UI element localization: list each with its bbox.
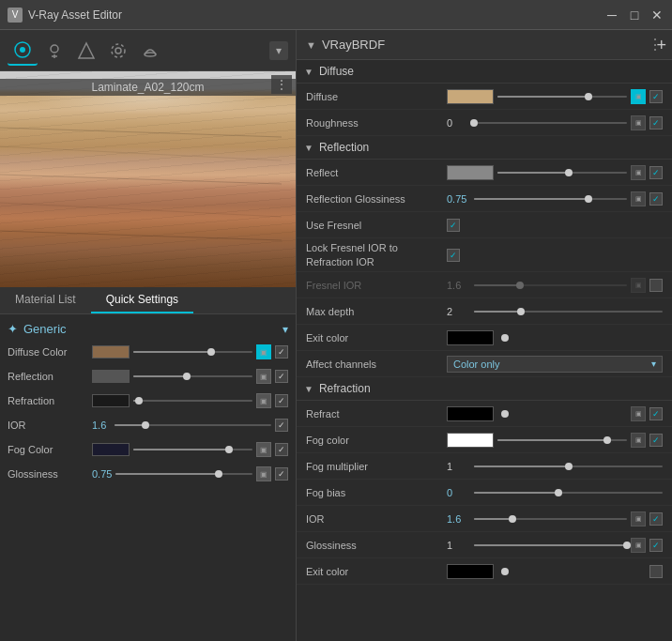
preview-material-name: Laminate_A02_120cm — [0, 79, 296, 96]
qs-refraction-tex-icon[interactable]: ▣ — [256, 393, 271, 408]
r-refr-exit-color-checkbox[interactable] — [649, 565, 663, 578]
r-lock-fresnel-checkbox[interactable] — [447, 249, 460, 262]
r-use-fresnel-content — [447, 219, 663, 232]
qs-reflection-content: ▣ — [92, 369, 288, 384]
toolbar-settings-icon[interactable] — [103, 36, 133, 66]
qs-refraction-slider-track[interactable] — [133, 400, 252, 402]
toolbar-geometry-icon[interactable] — [71, 36, 101, 66]
r-use-fresnel-checkbox[interactable] — [447, 219, 460, 232]
r-reflect-checkbox[interactable] — [649, 166, 663, 179]
quick-settings-panel: ✦ Generic ▾ Diffuse Color ▣ — [0, 314, 296, 641]
qs-diffuse-color-label: Diffuse Color — [8, 346, 92, 358]
r-roughness-tex-icon[interactable]: ▣ — [631, 115, 646, 130]
reflection-collapse-icon: ▼ — [304, 143, 313, 153]
qs-diffuse-tex-icon[interactable]: ▣ — [256, 344, 271, 359]
qs-glossiness-slider-track[interactable] — [115, 473, 252, 475]
qs-ior-slider-track[interactable] — [115, 424, 271, 426]
r-refr-exit-color-swatch[interactable] — [447, 564, 494, 579]
r-refl-glossiness-checkbox[interactable] — [649, 192, 663, 206]
tab-material-list[interactable]: Material List — [0, 287, 91, 313]
r-refr-glossiness-checkbox[interactable] — [649, 539, 663, 552]
r-roughness-checkbox[interactable] — [649, 116, 663, 130]
r-diffuse-swatch[interactable] — [447, 89, 494, 104]
vrbrdf-collapse-icon[interactable]: ▼ — [306, 39, 316, 51]
r-refract-row: Refract ▣ — [297, 401, 672, 427]
qs-glossiness-value: 0.75 — [92, 468, 112, 480]
qs-diffuse-color-swatch[interactable] — [92, 345, 130, 359]
r-refr-glossiness-slider[interactable] — [474, 538, 627, 553]
minimize-button[interactable]: ─ — [604, 8, 619, 23]
r-refr-glossiness-tex-icon[interactable]: ▣ — [631, 538, 646, 553]
r-diffuse-slider[interactable] — [497, 89, 627, 104]
toolbar-objects-icon[interactable] — [135, 36, 165, 66]
qs-reflection-row: Reflection ▣ — [0, 364, 296, 389]
r-diffuse-tex-icon[interactable]: ▣ — [631, 89, 646, 104]
qs-glossiness-row: Glossiness 0.75 ▣ — [0, 462, 296, 486]
qs-glossiness-checkbox[interactable] — [275, 467, 288, 481]
r-fresnel-ior-tex-icon: ▣ — [631, 278, 646, 293]
generic-arrow-icon: ▾ — [283, 323, 288, 336]
r-refl-glossiness-content: 0.75 ▣ — [447, 191, 663, 206]
qs-refraction-checkbox[interactable] — [275, 394, 288, 407]
toolbar-lights-icon[interactable] — [39, 36, 69, 66]
qs-diffuse-color-content: ▣ — [92, 344, 288, 359]
r-fog-bias-content: 0 — [447, 485, 663, 500]
diffuse-section-header[interactable]: ▼ Diffuse — [297, 60, 672, 84]
r-reflect-tex-icon[interactable]: ▣ — [631, 165, 646, 180]
toolbar-materials-icon[interactable] — [8, 36, 38, 66]
qs-fogcolor-tex-icon[interactable]: ▣ — [256, 442, 271, 457]
r-fog-color-swatch[interactable] — [447, 433, 494, 448]
qs-diffuse-slider-track[interactable] — [133, 351, 252, 353]
qs-reflection-slider-track[interactable] — [133, 375, 252, 377]
r-refract-checkbox[interactable] — [649, 407, 663, 420]
add-button[interactable]: + — [656, 36, 666, 55]
r-fog-color-tex-icon[interactable]: ▣ — [631, 433, 646, 448]
qs-refraction-swatch[interactable] — [92, 394, 130, 407]
qs-diffuse-checkbox[interactable] — [275, 345, 288, 359]
r-fog-multiplier-slider[interactable] — [474, 459, 663, 474]
qs-fogcolor-swatch[interactable] — [92, 443, 130, 456]
r-exit-color-swatch[interactable] — [447, 330, 494, 345]
preview-more-button[interactable]: ⋮ — [271, 75, 292, 94]
qs-refraction-slider-thumb — [135, 397, 143, 404]
r-refract-label: Refract — [306, 408, 447, 420]
r-fog-color-checkbox[interactable] — [649, 434, 663, 447]
qs-reflection-checkbox[interactable] — [275, 370, 288, 383]
close-button[interactable]: ✕ — [649, 8, 664, 23]
r-reflect-swatch[interactable] — [447, 165, 494, 180]
r-refract-swatch[interactable] — [447, 406, 494, 421]
svg-line-13 — [0, 231, 282, 240]
tab-quick-settings[interactable]: Quick Settings — [91, 287, 193, 313]
r-refl-glossiness-tex-icon[interactable]: ▣ — [631, 191, 646, 206]
qs-glossiness-tex-icon[interactable]: ▣ — [256, 466, 271, 481]
r-reflect-slider[interactable] — [497, 165, 627, 180]
qs-glossiness-slider-fill — [115, 473, 218, 475]
r-refl-glossiness-slider[interactable] — [474, 191, 627, 206]
r-fresnel-ior-checkbox[interactable] — [649, 279, 663, 292]
reflection-section-header[interactable]: ▼ Reflection — [297, 136, 672, 160]
r-fog-color-row: Fog color ▣ — [297, 427, 672, 453]
r-fog-color-slider[interactable] — [497, 433, 627, 448]
qs-ior-checkbox[interactable] — [275, 419, 288, 432]
r-fog-bias-slider[interactable] — [474, 485, 663, 500]
toolbar-dropdown[interactable]: ▾ — [269, 41, 288, 60]
refraction-section-header[interactable]: ▼ Refraction — [297, 377, 672, 401]
r-refr-ior-checkbox[interactable] — [649, 512, 663, 526]
maximize-button[interactable]: □ — [627, 8, 642, 23]
r-affect-channels-dropdown[interactable]: Color only ▾ — [447, 356, 663, 373]
qs-reflection-swatch[interactable] — [92, 370, 130, 383]
r-refr-ior-tex-icon[interactable]: ▣ — [631, 511, 646, 527]
left-panel: ▾ Laminate_A02_120cm ⋮ Material List — [0, 30, 297, 641]
qs-fogcolor-checkbox[interactable] — [275, 443, 288, 456]
r-use-fresnel-row: Use Fresnel — [297, 212, 672, 238]
r-refract-tex-icon[interactable]: ▣ — [631, 406, 646, 421]
r-max-depth-slider[interactable] — [474, 304, 663, 319]
r-diffuse-checkbox[interactable] — [649, 90, 663, 103]
r-roughness-slider[interactable] — [474, 115, 627, 130]
title-bar: V V-Ray Asset Editor ─ □ ✕ — [0, 0, 672, 30]
generic-section-header[interactable]: ✦ Generic ▾ — [0, 318, 296, 340]
qs-fogcolor-slider-track[interactable] — [133, 449, 252, 450]
r-refr-ior-slider[interactable] — [474, 511, 627, 527]
qs-reflection-tex-icon[interactable]: ▣ — [256, 369, 271, 384]
r-lock-fresnel-row: Lock Fresnel IOR toRefraction IOR — [297, 238, 672, 272]
